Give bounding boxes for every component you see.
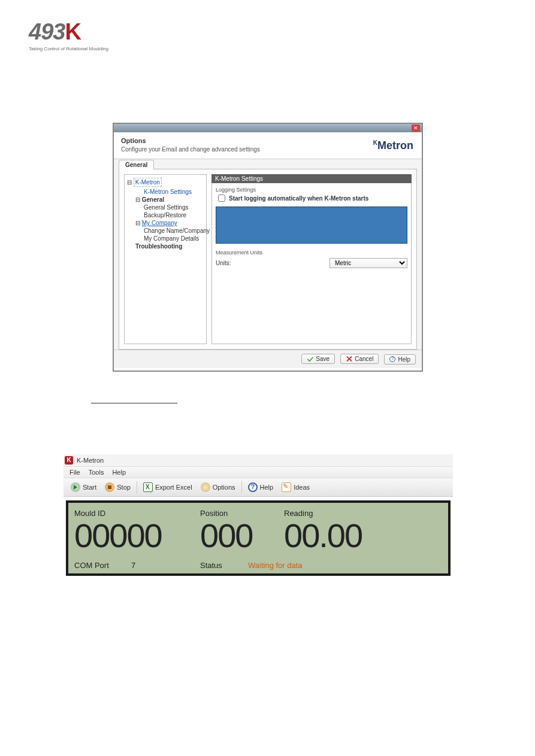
logo-tagline: Taking Control of Rotational Moulding [29,46,108,51]
status-label: Status [200,561,248,570]
export-excel-button[interactable]: Export Excel [140,481,196,494]
start-button[interactable]: Start [67,481,100,494]
tree-general-settings[interactable]: General Settings [127,204,204,211]
app-window: K K-Metron File Tools Help Start Stop Ex… [64,454,453,576]
tree-my-company[interactable]: My Company [142,220,177,226]
position-value: 000 [200,519,284,552]
menu-help[interactable]: Help [112,469,126,476]
help-icon [248,482,258,492]
units-select[interactable]: Metric [330,258,407,268]
help-button[interactable]: Help [384,354,416,365]
app-titlebar: K K-Metron [64,454,453,466]
logging-settings-label: Logging Settings [216,187,407,193]
brand-label: KMetron [373,139,413,152]
toolbar: Start Stop Export Excel Options Help Ide… [64,478,453,497]
ideas-icon [282,482,291,492]
tree-change-name[interactable]: Change Name/Company [127,227,204,235]
com-port-label: COM Port [74,561,131,570]
x-icon [346,356,352,362]
options-button[interactable]: Options [197,481,239,494]
auto-start-checkbox[interactable] [218,195,225,202]
options-title: Options [121,137,415,144]
settings-pane: K-Metron Settings Logging Settings Start… [211,174,412,344]
tree-root[interactable]: K-Metron [134,178,162,187]
check-icon [307,356,313,362]
logo-letter: K [65,19,81,44]
options-subtitle: Configure your Email and change advanced… [121,146,415,153]
tree-backup-restore[interactable]: Backup/Restore [127,211,204,219]
tab-general[interactable]: General [119,160,154,169]
settings-tree: ⊟ K-Metron K-Metron Settings ⊟ General G… [124,174,207,344]
tree-general[interactable]: General [142,196,164,203]
stop-button[interactable]: Stop [101,481,134,494]
save-button[interactable]: Save [301,354,335,364]
settings-blue-panel [216,207,407,244]
units-label: Units: [216,260,231,266]
close-icon[interactable]: ✕ [412,125,420,132]
auto-start-label: Start logging automatically when K-Metro… [229,195,368,202]
help-toolbar-button[interactable]: Help [244,481,277,494]
tree-troubleshooting[interactable]: Troubleshooting [127,242,204,250]
lcd-display: Mould ID 00000 Position 000 Reading 00.0… [66,500,451,576]
tree-my-company-details[interactable]: My Company Details [127,235,204,242]
com-port-value: 7 [131,561,200,570]
menu-tools[interactable]: Tools [89,469,104,476]
settings-panel-title: K-Metron Settings [211,174,412,183]
tree-kmetron-settings[interactable]: K-Metron Settings [127,188,204,196]
excel-icon [143,482,153,492]
dialog-button-bar: Save Cancel Help [114,350,422,368]
play-icon [71,482,80,492]
question-icon [389,356,395,362]
auto-start-checkbox-row[interactable]: Start logging automatically when K-Metro… [216,195,407,202]
stop-icon [105,482,114,492]
menu-file[interactable]: File [69,469,80,476]
gear-icon [201,482,210,492]
options-header: Options Configure your Email and change … [114,132,422,159]
toolbar-separator [241,481,242,493]
app-title: K-Metron [77,457,104,464]
section-heading-underline [91,393,177,403]
window-titlebar: ✕ [114,124,422,132]
status-value: Waiting for data [248,561,303,570]
logo-number: 493 [29,19,65,44]
reading-value: 00.00 [284,519,442,552]
cancel-button[interactable]: Cancel [340,354,379,364]
measurement-units-label: Measurement Units [216,250,407,256]
menubar: File Tools Help [64,466,453,478]
page-header-logo: 493K Taking Control of Rotational Mouldi… [29,19,108,51]
options-window: ✕ Options Configure your Email and chang… [113,123,423,372]
toolbar-separator [137,481,137,493]
mould-id-value: 00000 [74,519,200,552]
ideas-button[interactable]: Ideas [278,481,313,494]
app-icon: K [65,456,73,464]
